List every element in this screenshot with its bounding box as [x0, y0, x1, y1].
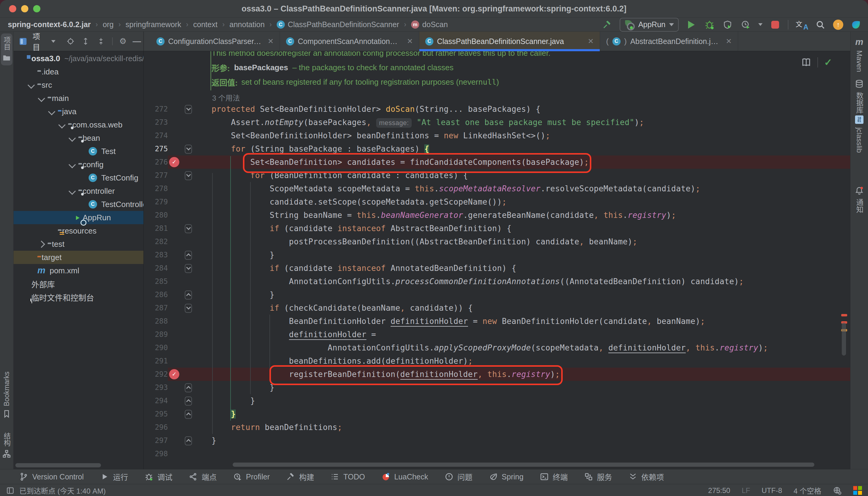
run-configuration-selector[interactable]: AppRun [620, 18, 679, 32]
translate-icon[interactable]: 文A [796, 19, 808, 30]
tree-item-src[interactable]: src [14, 78, 143, 92]
toolwindow-button-服务[interactable]: 服务 [584, 471, 612, 482]
toolwindow-button-依赖项[interactable]: 依赖项 [629, 471, 664, 482]
collapse-all-icon[interactable] [96, 36, 106, 47]
toolwindow-button-luacheck[interactable]: LuaCheck [381, 472, 428, 481]
code-line-296[interactable]: 296 return beanDefinitions; [144, 421, 850, 434]
line-number[interactable]: 295 [144, 410, 168, 418]
breadcrumb-item[interactable]: spring-context-6.0.2.jar [8, 20, 91, 29]
tree-item-com.ossa.web[interactable]: com.ossa.web [14, 118, 143, 131]
tree-chevron-icon[interactable] [68, 161, 76, 168]
code-line-272[interactable]: 272protected Set<BeanDefinitionHolder> d… [144, 103, 850, 116]
project-view-dropdown-icon[interactable] [51, 40, 56, 43]
code-line-281[interactable]: 281 if (candidate instanceof AbstractBea… [144, 222, 850, 235]
tree-item-TestController[interactable]: CTestController [14, 198, 143, 211]
line-number[interactable]: 285 [144, 277, 168, 286]
locate-file-icon[interactable] [66, 36, 75, 47]
line-number[interactable]: 294 [144, 397, 168, 405]
hide-panel-icon[interactable]: — [133, 36, 141, 46]
toolwindow-button-spring[interactable]: Spring [489, 472, 524, 481]
close-window-button[interactable] [9, 5, 16, 12]
line-number[interactable]: 293 [144, 383, 168, 392]
code-line-295[interactable]: 295 } [144, 407, 850, 421]
tree-item-AppRun[interactable]: AppRun [14, 211, 143, 224]
profiler-button[interactable] [740, 19, 751, 30]
run-button[interactable] [686, 19, 697, 30]
line-number[interactable]: 297 [144, 436, 168, 445]
left-stripe-结构[interactable]: 结构 [1, 430, 12, 461]
inspections-ok-icon[interactable]: ✓ [824, 57, 832, 68]
line-number[interactable]: 296 [144, 423, 168, 432]
tree-item-pom.xml[interactable]: mpom.xml [14, 264, 143, 277]
minimize-window-button[interactable] [21, 5, 28, 12]
line-number[interactable]: 288 [144, 317, 168, 325]
fold-up-icon[interactable] [185, 291, 192, 299]
stop-button[interactable] [770, 19, 780, 30]
tree-chevron-icon[interactable] [58, 121, 65, 128]
left-stripe-bookmarks[interactable]: Bookmarks [1, 369, 12, 421]
breadcrumb-item[interactable]: CClassPathBeanDefinitionScanner [277, 20, 399, 29]
code-editor[interactable]: This method does not register an annotat… [144, 51, 850, 469]
line-number[interactable]: 290 [144, 343, 168, 352]
line-number[interactable]: 277 [144, 171, 168, 180]
tree-chevron-icon[interactable] [38, 241, 45, 248]
tree-item-外部库[interactable]: 外部库 [14, 277, 143, 291]
toolwindow-button-构建[interactable]: 构建 [286, 471, 314, 482]
code-line-286[interactable]: 286 } [144, 288, 850, 301]
fold-up-icon[interactable] [185, 251, 192, 260]
status-message[interactable]: 已到达断点 (今天 1:40 AM) [19, 485, 106, 496]
line-number[interactable]: 281 [144, 224, 168, 233]
code-line-294[interactable]: 294 } [144, 394, 850, 407]
line-number[interactable]: 274 [144, 131, 168, 140]
fold-up-icon[interactable] [185, 397, 192, 406]
debug-button[interactable] [704, 19, 715, 30]
microsoft-plugin-icon[interactable] [853, 486, 862, 495]
line-number[interactable]: 276 [144, 158, 168, 166]
code-line-284[interactable]: 284 if (candidate instanceof AnnotatedBe… [144, 262, 850, 275]
breadcrumb-item[interactable]: context [193, 20, 218, 29]
right-stripe-数据库[interactable]: 数据库 [851, 79, 868, 113]
fold-up-icon[interactable] [185, 383, 192, 392]
profiler-dropdown-icon[interactable] [758, 23, 762, 26]
tree-item-TestConfig[interactable]: CTestConfig [14, 171, 143, 184]
toolwindow-button-todo[interactable]: TODO [330, 472, 365, 481]
search-everywhere-icon[interactable] [815, 19, 826, 30]
line-number[interactable]: 272 [144, 105, 168, 113]
breakpoint-icon[interactable]: ✓ [169, 369, 179, 379]
breakpoint-icon[interactable]: ✓ [169, 157, 179, 167]
fold-down-icon[interactable] [185, 105, 192, 114]
toolwindow-button-profiler[interactable]: Profiler [233, 472, 270, 481]
tree-chevron-icon[interactable] [68, 187, 76, 195]
line-number[interactable]: 275 [144, 145, 168, 153]
tree-item-resources[interactable]: resources [14, 224, 143, 237]
tree-item-ossa3.0[interactable]: ossa3.0~/java/java/seckill-redis/o [14, 52, 143, 65]
fold-down-icon[interactable] [185, 224, 192, 233]
editor-tab[interactable]: (C)AbstractBeanDefinition.java✕ [600, 32, 738, 51]
line-ending[interactable]: LF [742, 486, 750, 495]
fold-down-icon[interactable] [185, 171, 192, 180]
code-line-278[interactable]: 278 ScopeMetadata scopeMetadata = this.s… [144, 182, 850, 195]
tree-item-config[interactable]: config [14, 158, 143, 171]
tab-close-icon[interactable]: ✕ [726, 37, 732, 46]
editor-tab[interactable]: CComponentScanAnnotationParser.java✕ [280, 32, 419, 51]
fold-down-icon[interactable] [185, 304, 192, 313]
file-encoding[interactable]: UTF-8 [762, 486, 782, 495]
toolwindow-button-端点[interactable]: 端点 [189, 471, 217, 482]
line-number[interactable]: 292 [144, 370, 168, 378]
line-number[interactable]: 289 [144, 330, 168, 339]
line-number[interactable]: 278 [144, 184, 168, 193]
indent-setting[interactable]: 4 个空格 [793, 485, 821, 496]
line-number[interactable]: 291 [144, 357, 168, 365]
fold-up-icon[interactable] [185, 436, 192, 445]
breadcrumb-item[interactable]: mdoScan [411, 20, 448, 29]
tab-close-icon[interactable]: ✕ [407, 37, 413, 46]
code-line-287[interactable]: 287 if (checkCandidate(beanName, candida… [144, 301, 850, 314]
tree-chevron-icon[interactable] [38, 95, 45, 102]
reader-mode-book-icon[interactable] [801, 57, 811, 67]
tree-item-Test[interactable]: CTest [14, 145, 143, 158]
line-number[interactable]: 284 [144, 264, 168, 273]
line-number[interactable]: 283 [144, 251, 168, 259]
tree-item-controller[interactable]: controller [14, 184, 143, 198]
fold-up-icon[interactable] [185, 410, 192, 419]
line-number[interactable]: 273 [144, 118, 168, 127]
